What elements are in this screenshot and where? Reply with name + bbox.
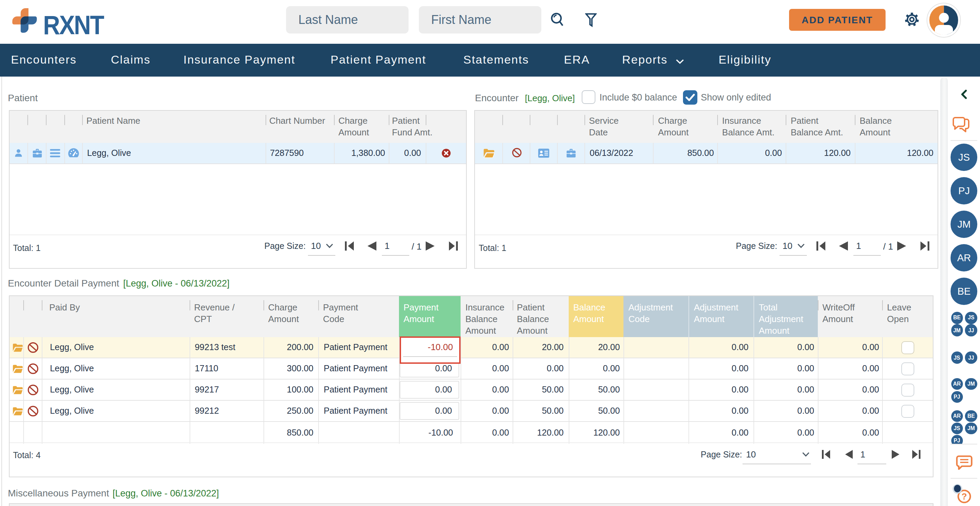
svg-text:?: ? bbox=[961, 491, 967, 501]
